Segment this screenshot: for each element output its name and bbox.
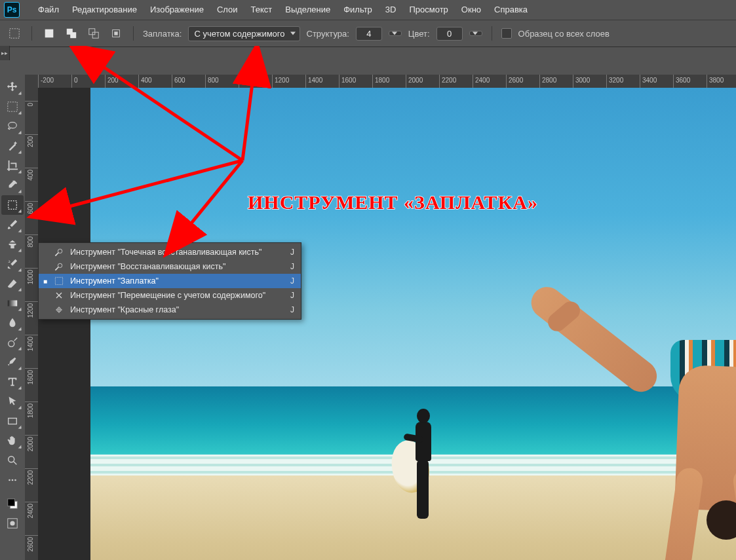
svg-rect-1 [45,29,54,38]
svg-point-20 [10,521,14,525]
magic-wand-tool[interactable] [1,136,24,156]
tool-icon [53,290,65,301]
path-select-tool[interactable] [1,392,24,411]
menu-filter[interactable]: Фильтр [337,0,379,20]
tool-icon [53,276,65,286]
blur-tool[interactable] [1,313,24,333]
history-brush-tool[interactable] [1,254,24,274]
flyout-item[interactable]: Инструмент "Точечная восстанавливающая к… [39,245,301,259]
menu-window[interactable]: Окно [455,0,488,20]
crop-tool[interactable] [1,156,24,176]
ruler-tick: 3600 [673,75,674,88]
options-bar: Заплатка: С учетом содержимого Структура… [0,20,736,47]
ruler-tick: 2000 [25,435,38,436]
document-image [90,88,736,560]
svg-point-14 [9,479,10,481]
svg-rect-0 [10,29,19,38]
patch-source-icon[interactable] [41,26,57,41]
ruler-tick: 2400 [25,502,38,502]
menu-select[interactable]: Выделение [279,0,337,20]
lasso-tool[interactable] [1,117,24,136]
menu-edit[interactable]: Редактирование [66,0,144,20]
patch-tool[interactable] [1,195,24,215]
tool-flyout-menu: Инструмент "Точечная восстанавливающая к… [38,242,301,320]
patch-mode-select[interactable]: С учетом содержимого [188,26,300,41]
current-tool-icon[interactable] [7,26,22,41]
ruler-tick: 200 [25,134,38,135]
flyout-label: Инструмент "Заплатка" [70,276,285,286]
brush-tool[interactable] [1,215,24,234]
canvas[interactable] [38,88,736,560]
menu-bar: Ps Файл Редактирование Изображение Слои … [0,0,736,20]
zoom-tool[interactable] [1,451,24,470]
ruler-tick: 1400 [25,335,38,335]
eyedropper-tool[interactable] [1,176,24,195]
svg-rect-23 [55,277,62,284]
ruler-tick: 1600 [25,368,38,369]
eraser-tool[interactable] [1,274,24,293]
ruler-tick: 3800 [707,75,707,88]
edit-toolbar[interactable] [1,470,24,490]
svg-point-21 [58,249,62,253]
ruler-horizontal[interactable]: -200020040060080010001200140016001800200… [25,75,736,88]
separator [133,26,134,41]
separator [492,26,492,41]
flyout-item[interactable]: Инструмент "Перемещение с учетом содержи… [39,288,301,303]
patch-subtract-icon[interactable] [86,26,102,41]
quickmask-toggle[interactable] [1,513,24,533]
color-stepper[interactable] [469,31,482,36]
dodge-tool[interactable] [1,333,24,352]
pen-tool[interactable] [1,352,24,372]
ruler-tick: 3200 [606,75,607,88]
clone-stamp-tool[interactable] [1,234,24,254]
menu-text[interactable]: Текст [244,0,279,20]
flyout-item[interactable]: Инструмент "Восстанавливающая кисть"J [39,259,301,274]
structure-stepper[interactable] [389,31,402,36]
svg-point-15 [12,479,14,481]
svg-rect-12 [9,419,17,424]
flyout-label: Инструмент "Восстанавливающая кисть" [70,262,285,271]
flyout-shortcut: J [290,291,294,300]
color-value[interactable]: 0 [436,27,463,41]
ruler-tick: 2200 [439,75,440,88]
ruler-tick: 600 [172,75,172,88]
svg-point-22 [58,263,62,267]
menu-help[interactable]: Справка [488,0,534,20]
svg-rect-7 [114,31,117,35]
move-tool[interactable] [1,77,24,97]
tool-icon [53,305,65,315]
ruler-tick: 1600 [339,75,339,88]
ruler-tick: 1800 [372,75,373,88]
flyout-item[interactable]: ■Инструмент "Заплатка"J [39,274,301,288]
menu-view[interactable]: Просмотр [402,0,454,20]
svg-point-16 [14,479,16,481]
marquee-tool[interactable] [1,97,24,117]
patch-intersect-icon[interactable] [108,26,124,41]
gradient-tool[interactable] [1,293,24,313]
sample-all-checkbox[interactable] [501,28,512,39]
menu-3d[interactable]: 3D [379,0,403,20]
type-tool[interactable] [1,372,24,392]
current-marker: ■ [43,278,48,285]
hand-tool[interactable] [1,431,24,451]
structure-label: Структура: [307,29,349,39]
flyout-label: Инструмент "Красные глаза" [70,305,285,314]
patch-add-icon[interactable] [64,26,79,41]
rectangle-tool[interactable] [1,411,24,431]
flyout-shortcut: J [290,305,294,314]
separator [31,26,32,41]
ruler-tick: 1000 [239,75,239,88]
menu-file[interactable]: Файл [31,0,66,20]
svg-rect-4 [89,29,95,35]
menu-layers[interactable]: Слои [210,0,244,20]
structure-value[interactable]: 4 [356,27,382,41]
ruler-tick: 800 [25,234,38,235]
ruler-tick: 2000 [406,75,406,88]
svg-point-13 [9,457,14,462]
color-swatch[interactable] [1,494,24,513]
handstand-figure [572,209,736,560]
patch-mode-label: Заплатка: [143,29,182,39]
flyout-item[interactable]: Инструмент "Красные глаза"J [39,303,301,317]
menu-image[interactable]: Изображение [144,0,210,20]
ruler-vertical[interactable]: 0200400600800100012001400160018002000220… [25,88,39,560]
